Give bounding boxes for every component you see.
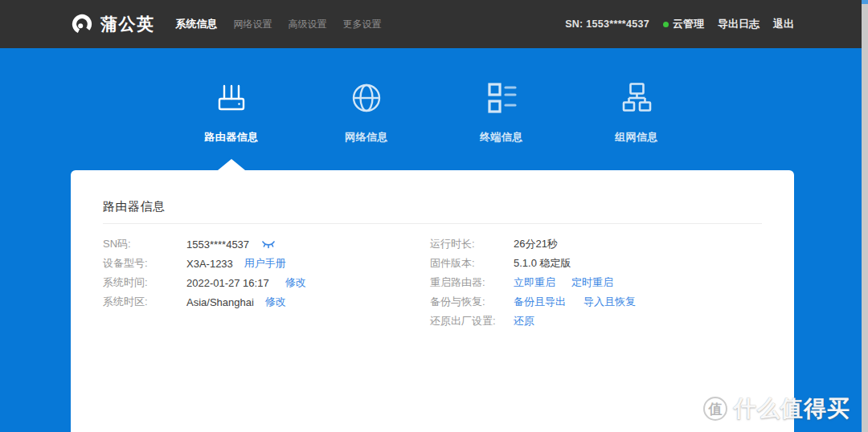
timezone-value: Asia/Shanghai: [186, 296, 254, 308]
info-column-right: 运行时长: 26分21秒 固件版本: 5.1.0 稳定版 重启路由器: 立即重启…: [430, 234, 762, 331]
scheduled-reboot-link[interactable]: 定时重启: [571, 275, 613, 290]
row-label: 还原出厂设置:: [430, 314, 514, 328]
card-divider: [103, 223, 762, 224]
tab-label: 终端信息: [480, 130, 523, 145]
factory-reset-link[interactable]: 还原: [514, 314, 534, 328]
top-header-bar: 蒲公英 系统信息 网络设置 高级设置 更多设置 SN: 1553****4537…: [0, 0, 868, 48]
firmware-value: 5.1.0 稳定版: [514, 256, 571, 271]
tab-label: 网络信息: [345, 130, 388, 145]
row-system-time: 系统时间: 2022-01-27 16:17 修改: [103, 273, 430, 292]
reboot-now-link[interactable]: 立即重启: [514, 275, 555, 290]
row-reboot: 重启路由器: 立即重启 定时重启: [430, 273, 762, 292]
row-label: 固件版本:: [430, 256, 514, 271]
info-tab-bar: 路由器信息 网络信息: [0, 48, 868, 170]
tab-label: 路由器信息: [204, 130, 259, 145]
modify-timezone-link[interactable]: 修改: [265, 295, 286, 309]
online-status-dot-icon: [663, 22, 669, 27]
active-tab-pointer: [218, 159, 245, 170]
system-time-value: 2022-01-27 16:17: [186, 277, 269, 289]
tab-router-info[interactable]: 路由器信息: [183, 75, 280, 170]
network-topology-icon: [617, 75, 656, 117]
nav-item-more-settings[interactable]: 更多设置: [343, 18, 382, 31]
header-sn-label: SN: 1553****4537: [565, 18, 649, 30]
brand-logo: 蒲公英: [71, 13, 155, 35]
row-label: 运行时长:: [430, 237, 514, 251]
cloud-manage-label: 云管理: [673, 17, 704, 31]
tab-networking-info[interactable]: 组网信息: [588, 75, 685, 170]
header-right: SN: 1553****4537 云管理 导出日志 退出: [565, 17, 794, 31]
row-uptime: 运行时长: 26分21秒: [430, 234, 762, 254]
info-column-left: SN码: 1553****4537 设备型号: X3A-1233 用: [103, 234, 430, 331]
brand-name: 蒲公英: [100, 13, 155, 35]
eye-closed-icon[interactable]: [261, 239, 276, 250]
nav-item-system-info[interactable]: 系统信息: [176, 17, 218, 31]
header-inner: 蒲公英 系统信息 网络设置 高级设置 更多设置 SN: 1553****4537…: [71, 0, 794, 48]
router-admin-page: 蒲公英 系统信息 网络设置 高级设置 更多设置 SN: 1553****4537…: [0, 0, 868, 432]
backup-export-link[interactable]: 备份且导出: [514, 295, 566, 309]
export-log-button[interactable]: 导出日志: [718, 17, 760, 31]
row-backup-restore: 备份与恢复: 备份且导出 导入且恢复: [430, 292, 762, 312]
row-firmware: 固件版本: 5.1.0 稳定版: [430, 254, 762, 273]
vertical-scrollbar[interactable]: [862, 0, 868, 432]
nav-item-advanced-settings[interactable]: 高级设置: [289, 18, 327, 31]
row-label: 重启路由器:: [430, 275, 514, 290]
row-label: 备份与恢复:: [430, 295, 514, 309]
sn-value: 1553****4537: [186, 238, 249, 251]
device-model-value: X3A-1233: [186, 258, 233, 270]
tab-terminal-info[interactable]: 终端信息: [453, 75, 550, 170]
main-nav: 系统信息 网络设置 高级设置 更多设置: [176, 17, 382, 31]
user-manual-link[interactable]: 用户手册: [244, 256, 286, 271]
globe-icon: [347, 75, 386, 117]
card-title: 路由器信息: [103, 170, 762, 214]
scrollbar-thumb[interactable]: [862, 0, 868, 4]
row-timezone: 系统时区: Asia/Shanghai 修改: [103, 292, 430, 312]
row-factory-reset: 还原出厂设置: 还原: [430, 312, 762, 331]
import-restore-link[interactable]: 导入且恢复: [583, 295, 636, 309]
row-device-model: 设备型号: X3A-1233 用户手册: [103, 254, 430, 273]
row-label: 系统时间:: [103, 275, 186, 290]
info-columns: SN码: 1553****4537 设备型号: X3A-1233 用: [103, 234, 762, 331]
router-info-card: 路由器信息 SN码: 1553****4537: [71, 170, 794, 432]
cloud-manage-button[interactable]: 云管理: [663, 17, 704, 31]
tab-label: 组网信息: [615, 130, 658, 145]
router-icon: [212, 75, 251, 117]
tab-network-info[interactable]: 网络信息: [318, 75, 415, 170]
nav-item-network-settings[interactable]: 网络设置: [234, 18, 272, 31]
modify-time-link[interactable]: 修改: [285, 275, 306, 290]
row-sn: SN码: 1553****4537: [103, 234, 430, 254]
row-label: SN码:: [103, 237, 186, 251]
dandelion-logo-icon: [71, 13, 93, 35]
row-label: 设备型号:: [103, 256, 186, 271]
uptime-value: 26分21秒: [514, 237, 558, 251]
terminal-list-icon: [482, 75, 521, 117]
row-label: 系统时区:: [103, 295, 186, 309]
logout-button[interactable]: 退出: [773, 17, 794, 31]
